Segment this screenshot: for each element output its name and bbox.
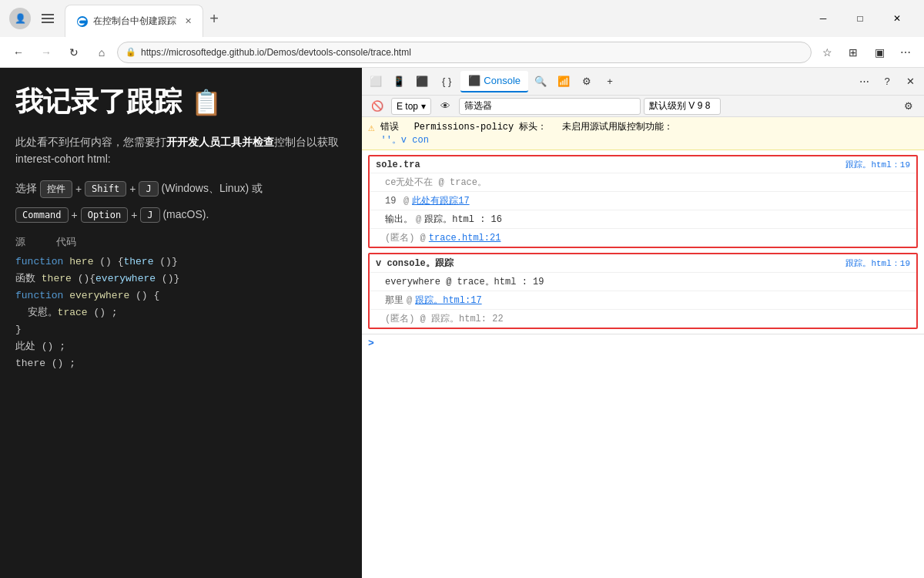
- trace-fn-link-here[interactable]: 此处有跟踪17: [412, 194, 469, 207]
- new-tab-button[interactable]: +: [203, 8, 225, 29]
- more-actions-button[interactable]: ⋯: [893, 40, 918, 65]
- windows-shortcut: 控件 + Shift + J: [40, 180, 159, 198]
- url-text: https://microsoftedge.github.io/Demos/de…: [141, 47, 803, 58]
- filter-input[interactable]: 筛选器: [459, 98, 641, 115]
- home-button[interactable]: ⌂: [89, 40, 114, 65]
- page-title-area: 我记录了跟踪 📋: [15, 83, 346, 121]
- code-line-1: function here () {there ()}: [15, 254, 346, 271]
- code-line-2: 函数 there (){everywhere ()}: [15, 271, 346, 287]
- trace-source-link-2[interactable]: 跟踪。html：19: [845, 257, 910, 269]
- warning-content: 错误 Permissions-policy 标头： 未启用源试用版控制功能： '…: [380, 120, 672, 146]
- trace-name-1: sole.tra: [376, 160, 420, 170]
- minimize-button[interactable]: ─: [805, 6, 841, 31]
- trace-ce-text: ce无处不在 @ trace。: [385, 176, 487, 189]
- tab-network-btn[interactable]: 📶: [553, 71, 574, 92]
- warning-icon: ⚠: [368, 121, 374, 134]
- j-key-mac: J: [140, 207, 159, 223]
- warning-text2: 未启用源试用版控制功能：: [553, 122, 673, 133]
- refresh-button[interactable]: ↻: [62, 40, 86, 65]
- shift-key: Shift: [85, 181, 126, 197]
- plus2: +: [129, 183, 136, 195]
- keyboard-shortcuts: 选择 控件 + Shift + J (Windows、Linux) 或: [15, 180, 346, 198]
- plus1: +: [75, 183, 82, 195]
- trace-output-label: 输出。: [385, 213, 413, 226]
- favorites-button[interactable]: ☆: [815, 40, 839, 65]
- device-toggle-button[interactable]: 📱: [388, 71, 410, 92]
- source-select[interactable]: E top ▾: [391, 98, 431, 115]
- j-key-win: J: [139, 181, 158, 197]
- trace-line-19: 19 @ 此处有跟踪17: [370, 192, 916, 210]
- console-icon: ⬛: [468, 75, 480, 86]
- splitscreen-button[interactable]: ▣: [867, 40, 892, 65]
- code-label-row: 源 代码: [15, 235, 346, 249]
- nav-actions: ☆ ⊞ ▣ ⋯: [815, 40, 918, 65]
- trace-anon-label-1: (匿名) @: [385, 231, 426, 244]
- tab-performance-btn[interactable]: ⚙: [576, 71, 598, 92]
- maximize-button[interactable]: □: [842, 6, 878, 31]
- close-button[interactable]: ✕: [879, 6, 915, 31]
- trace-line-output: 输出。 @ 跟踪。html : 16: [370, 210, 916, 229]
- elements-tab-icon[interactable]: ⬛: [411, 71, 433, 92]
- windows-suffix: (Windows、Linux) 或: [162, 182, 263, 194]
- trace-line-anon-2-content: (匿名) @ 跟踪。html: 22: [376, 312, 910, 325]
- tab-console[interactable]: ⬛ Console: [460, 71, 528, 92]
- svg-rect-0: [42, 14, 54, 15]
- trace-line-anon-1: (匿名) @ trace.html:21: [370, 229, 916, 247]
- tab-close-button[interactable]: ✕: [185, 16, 192, 26]
- trace-source-link-1[interactable]: 跟踪。html：19: [845, 159, 910, 170]
- eye-filter-button[interactable]: 👁: [434, 96, 456, 117]
- active-tab[interactable]: 在控制台中创建跟踪 ✕: [65, 5, 203, 37]
- trace-entry-header-2: v console。跟踪 跟踪。html：19: [370, 254, 916, 273]
- browser-chrome: 👤 在控制台中创建跟踪 ✕ + ─ □ ✕ ← →: [0, 0, 924, 68]
- trace-line-anon-2: (匿名) @ 跟踪。html: 22: [370, 310, 916, 328]
- trace-line-ce-content: ce无处不在 @ trace。: [376, 176, 910, 189]
- sidebar-toggle[interactable]: [37, 8, 59, 29]
- devtools-panel: ⬜ 📱 ⬛ { } ⬛ Console 🔍 📶 ⚙ + ⋯ ? ✕ 🚫 E to…: [362, 68, 924, 578]
- console-content: ⚠ 错误 Permissions-policy 标头： 未启用源试用版控制功能：…: [362, 117, 924, 578]
- devtools-close-button[interactable]: ✕: [899, 71, 921, 92]
- trace-there-label: 那里: [385, 294, 403, 307]
- back-button[interactable]: ←: [6, 40, 31, 65]
- code-line-7: there () ;: [15, 355, 346, 372]
- mac-shortcut: Command + Option + J: [15, 207, 160, 223]
- tab-sources-btn[interactable]: 🔍: [530, 71, 551, 92]
- trace-group-2: v console。跟踪 跟踪。html：19 everywhere @ tra…: [368, 253, 918, 329]
- trace-at-2: @: [416, 214, 421, 225]
- address-bar[interactable]: 🔒 https://microsoftedge.github.io/Demos/…: [117, 42, 812, 63]
- tab-more-btn[interactable]: +: [599, 71, 621, 92]
- svg-rect-1: [42, 18, 54, 19]
- collections-button[interactable]: ⊞: [841, 40, 865, 65]
- main-content: 我记录了跟踪 📋 此处看不到任何内容，您需要打开开发人员工具并检查控制台以获取 …: [0, 68, 924, 578]
- code-section: 源 代码 function here () {there ()} 函数 ther…: [15, 235, 346, 373]
- console-prompt[interactable]: >: [362, 334, 924, 352]
- title-bar: 👤 在控制台中创建跟踪 ✕ + ─ □ ✕: [0, 0, 924, 37]
- trace-there-link[interactable]: 跟踪。html:17: [415, 294, 481, 307]
- clear-console-button[interactable]: 🚫: [367, 96, 388, 117]
- trace-output-link: 跟踪。html : 16: [424, 213, 502, 226]
- devtools-toolbar: ⬜ 📱 ⬛ { } ⬛ Console 🔍 📶 ⚙ + ⋯ ? ✕: [362, 68, 924, 96]
- nav-bar: ← → ↻ ⌂ 🔒 https://microsoftedge.github.i…: [0, 37, 924, 68]
- permissions-warning: ⚠ 错误 Permissions-policy 标头： 未启用源试用版控制功能：…: [362, 117, 924, 150]
- trace-line-everywhere-content: everywhere @ trace。html : 19: [376, 275, 910, 288]
- trace-line-output-content: 输出。 @ 跟踪。html : 16: [376, 213, 910, 226]
- avatar[interactable]: 👤: [9, 8, 31, 29]
- trace-anon-link-1[interactable]: trace.html:21: [429, 233, 501, 244]
- code-line-5: }: [15, 321, 346, 338]
- trace-anon-label-2: (匿名) @ 跟踪。html: 22: [385, 312, 504, 325]
- ctrl-key: 控件: [40, 180, 72, 198]
- forward-button[interactable]: →: [34, 40, 59, 65]
- source-label-text: E top: [397, 101, 418, 112]
- settings-button[interactable]: ⚙: [898, 96, 919, 117]
- command-key: Command: [15, 207, 69, 223]
- trace-line-there: 那里 @ 跟踪。html:17: [370, 291, 916, 310]
- trace-entry-header-1: sole.tra 跟踪。html：19: [370, 156, 916, 173]
- trace-line-ce: ce无处不在 @ trace。: [370, 173, 916, 192]
- code-line-6: 此处 () ;: [15, 338, 346, 355]
- trace-header-2: v console。跟踪 跟踪。html：19: [376, 257, 910, 270]
- inspect-element-button[interactable]: ⬜: [365, 71, 387, 92]
- trace-everywhere-text: everywhere @ trace。html : 19: [385, 275, 544, 288]
- level-select[interactable]: 默认级别 V 9 8: [644, 98, 721, 115]
- tab-elements[interactable]: { }: [434, 71, 459, 92]
- devtools-more-button[interactable]: ⋯: [853, 71, 875, 92]
- devtools-help-button[interactable]: ?: [876, 71, 898, 92]
